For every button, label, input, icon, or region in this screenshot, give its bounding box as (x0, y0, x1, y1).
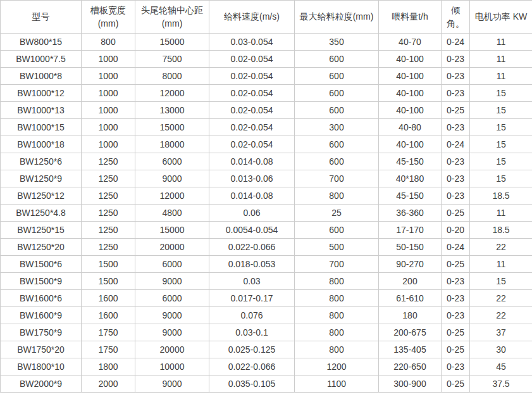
cell-motor_power: 22 (470, 290, 532, 307)
cell-trough_width: 1000 (82, 102, 135, 119)
cell-feed_speed: 0.02-0.054 (209, 51, 295, 68)
table-row: BW1250*201250200000.022-0.06650050-1500-… (1, 239, 532, 256)
cell-feed_capacity: 36-360 (379, 205, 442, 222)
cell-center_distance: 20000 (135, 239, 209, 256)
cell-center_distance: 15000 (135, 119, 209, 136)
column-header-max_particle: 最大给料粒度(mm) (295, 1, 379, 34)
cell-model: BW2000*9 (1, 376, 82, 393)
cell-incline: 0-23 (442, 307, 470, 324)
cell-motor_power: 15 (470, 85, 532, 102)
table-row: BW1000*8100080000.02-0.05460040-1000-231… (1, 68, 532, 85)
cell-model: BW800*15 (1, 34, 82, 51)
table-row: BW1000*151000150000.02-0.05430040-800-23… (1, 119, 532, 136)
cell-max_particle: 300 (295, 119, 379, 136)
cell-feed_speed: 0.03 (209, 273, 295, 290)
cell-model: BW1000*13 (1, 102, 82, 119)
table-row: BW1000*181000180000.02-0.05460040-1000-2… (1, 136, 532, 153)
column-header-feed_capacity: 喂料量t/h (379, 1, 442, 34)
cell-feed_capacity: 40-100 (379, 68, 442, 85)
cell-incline: 0-23 (442, 51, 470, 68)
cell-center_distance: 15000 (135, 34, 209, 51)
cell-feed_speed: 0.014-0.08 (209, 153, 295, 170)
column-header-feed_speed: 给料速度(m/s) (209, 1, 295, 34)
cell-center_distance: 10000 (135, 358, 209, 376)
cell-feed_speed: 0.02-0.054 (209, 85, 295, 102)
cell-trough_width: 1600 (82, 307, 135, 324)
cell-incline: 0-25 (442, 341, 470, 358)
cell-max_particle: 600 (295, 51, 379, 68)
cell-feed_speed: 0.02-0.054 (209, 119, 295, 136)
cell-incline: 0-24 (442, 136, 470, 153)
cell-model: BW1750*20 (1, 341, 82, 358)
cell-motor_power: 30 (470, 341, 532, 358)
cell-incline: 0-23 (442, 358, 470, 376)
cell-feed_capacity: 200-675 (379, 324, 442, 341)
cell-trough_width: 1800 (82, 358, 135, 376)
cell-feed_speed: 0.022-0.066 (209, 239, 295, 256)
cell-max_particle: 1200 (295, 358, 379, 376)
cell-motor_power: 22 (470, 239, 532, 256)
cell-model: BW1250*4.8 (1, 205, 82, 222)
cell-max_particle: 600 (295, 102, 379, 119)
table-row: BW2000*9200090000.035-0.1051100300-9000-… (1, 376, 532, 393)
cell-center_distance: 20000 (135, 341, 209, 358)
cell-feed_speed: 0.02-0.054 (209, 102, 295, 119)
cell-feed_capacity: 40-100 (379, 136, 442, 153)
cell-feed_capacity: 200 (379, 273, 442, 290)
cell-trough_width: 1250 (82, 187, 135, 205)
table-row: BW1250*4.8125048000.062536-3600-2511 (1, 205, 532, 222)
cell-motor_power: 11 (470, 256, 532, 273)
table-row: BW1800*101800100000.022-0.0661200220-650… (1, 358, 532, 376)
cell-model: BW1000*8 (1, 68, 82, 85)
cell-max_particle: 800 (295, 187, 379, 205)
cell-incline: 0-25 (442, 256, 470, 273)
cell-model: BW1250*20 (1, 239, 82, 256)
column-header-center_distance: 头尾轮轴中心距(mm) (135, 1, 209, 34)
cell-feed_capacity: 40-100 (379, 85, 442, 102)
cell-motor_power: 11 (470, 34, 532, 51)
cell-feed_capacity: 45-150 (379, 153, 442, 170)
cell-model: BW1500*6 (1, 256, 82, 273)
cell-incline: 0-23 (442, 153, 470, 170)
cell-motor_power: 22 (470, 307, 532, 324)
cell-motor_power: 11 (470, 205, 532, 222)
cell-incline: 0-24 (442, 239, 470, 256)
cell-model: BW1500*9 (1, 273, 82, 290)
cell-max_particle: 600 (295, 85, 379, 102)
table-row: BW1500*6150060000.018-0.05370090-2700-25… (1, 256, 532, 273)
cell-max_particle: 800 (295, 341, 379, 358)
table-row: BW1600*6160060000.017-0.1780061-6100-232… (1, 290, 532, 307)
cell-model: BW1250*15 (1, 222, 82, 239)
cell-model: BW1250*9 (1, 170, 82, 187)
cell-feed_capacity: 40-100 (379, 102, 442, 119)
table-body: BW800*15800150000.03-0.05435040-700-2411… (1, 34, 532, 393)
table-row: BW1000*131000130000.02-0.05460040-1000-2… (1, 102, 532, 119)
cell-feed_speed: 0.0054-0.054 (209, 222, 295, 239)
cell-max_particle: 600 (295, 153, 379, 170)
cell-max_particle: 800 (295, 290, 379, 307)
cell-feed_capacity: 300-900 (379, 376, 442, 393)
cell-feed_capacity: 61-610 (379, 290, 442, 307)
cell-max_particle: 700 (295, 170, 379, 187)
cell-incline: 0-20 (442, 222, 470, 239)
cell-max_particle: 1100 (295, 376, 379, 393)
cell-feed_speed: 0.03-0.1 (209, 324, 295, 341)
cell-incline: 0-23 (442, 119, 470, 136)
table-header: 型号槽板宽度(mm)头尾轮轴中心距(mm)给料速度(m/s)最大给料粒度(mm)… (1, 1, 532, 34)
cell-feed_speed: 0.025-0.125 (209, 341, 295, 358)
cell-incline: 0-25 (442, 324, 470, 341)
cell-feed_capacity: 40*180 (379, 170, 442, 187)
cell-incline: 0-25 (442, 205, 470, 222)
cell-motor_power: 37.5 (470, 376, 532, 393)
table-row: BW1250*9125090000.013-0.0670040*1800-231… (1, 170, 532, 187)
table-row: BW1000*7.5100075000.02-0.05460040-1000-2… (1, 51, 532, 68)
table-row: BW800*15800150000.03-0.05435040-700-2411 (1, 34, 532, 51)
cell-incline: 0-23 (442, 273, 470, 290)
cell-max_particle: 350 (295, 34, 379, 51)
cell-trough_width: 1250 (82, 239, 135, 256)
cell-model: BW1000*15 (1, 119, 82, 136)
cell-feed_speed: 0.017-0.17 (209, 290, 295, 307)
cell-feed_speed: 0.02-0.054 (209, 136, 295, 153)
cell-center_distance: 9000 (135, 273, 209, 290)
cell-feed_capacity: 220-650 (379, 358, 442, 376)
